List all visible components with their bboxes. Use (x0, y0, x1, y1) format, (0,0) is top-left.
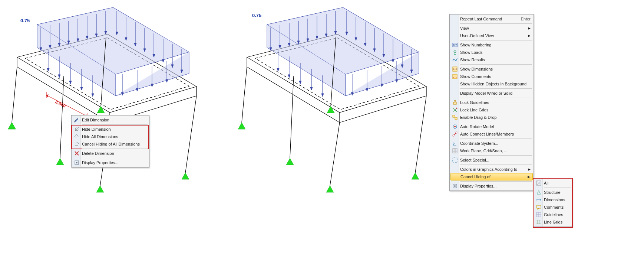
left-model (0, 7, 208, 215)
menu-display-properties-label: Display Properties... (82, 160, 146, 165)
menu-coordinate-system[interactable]: Coordinate System... (450, 140, 533, 147)
menu-view[interactable]: View ▶ (450, 25, 533, 32)
submenu-arrow-icon: ▶ (528, 167, 531, 171)
svg-line-27 (185, 96, 196, 173)
menu-show-hidden-bg-label: Show Hidden Objects in Background (460, 82, 531, 86)
menu-show-loads[interactable]: Show Loads (450, 49, 533, 56)
menu-work-plane-label: Work Plane, Grid/Snap, ... (460, 149, 531, 153)
submenu-arrow-icon: ▶ (528, 175, 530, 179)
auto-connect-icon (451, 131, 459, 137)
menu-view-label: View (460, 26, 521, 30)
svg-rect-85 (536, 205, 541, 208)
hide-all-dimensions-icon (73, 134, 80, 140)
right-model (230, 7, 437, 215)
menu-show-numbering[interactable]: 123 Show Numbering (450, 41, 533, 49)
menu-show-dimensions-label: Show Dimensions (460, 67, 531, 71)
submenu-structure[interactable]: Structure (534, 189, 571, 196)
svg-point-79 (456, 132, 457, 133)
loads-icon (451, 49, 459, 55)
svg-point-78 (453, 135, 454, 136)
menu-coordinate-system-label: Coordinate System... (460, 141, 531, 146)
menu-user-defined-view[interactable]: User-Defined View ▶ (450, 32, 533, 39)
drag-drop-icon (451, 114, 459, 120)
menu-edit-dimension-label: Edit Dimension... (82, 118, 146, 122)
menu-repeat-last-command[interactable]: Repeat Last Command Enter (450, 15, 533, 23)
menu-hide-dimension-label: Hide Dimension (82, 127, 146, 131)
menu-lock-line-grids[interactable]: Lock Line Grids (450, 106, 533, 114)
svg-point-70 (454, 51, 456, 53)
edit-dimension-icon (73, 117, 80, 123)
menu-auto-rotate[interactable]: Auto Rotate Model (450, 123, 533, 130)
menu-display-wired-solid-label: Display Model Wired or Solid (460, 91, 531, 95)
guidelines-icon (535, 212, 542, 218)
svg-rect-74 (453, 115, 455, 117)
svg-line-60 (415, 96, 426, 173)
graphics-viewport[interactable]: 0.75 3.000 (0, 0, 445, 254)
svg-line-65 (75, 135, 79, 139)
menu-hide-all-dimensions[interactable]: Hide All Dimensions (72, 133, 148, 140)
svg-rect-73 (453, 102, 456, 104)
results-icon (451, 57, 459, 63)
menu-cancel-hiding-of[interactable]: Cancel Hiding of ▶ (450, 173, 533, 180)
menu-show-results[interactable]: Show Results (450, 56, 533, 64)
submenu-arrow-icon: ▶ (528, 26, 531, 30)
svg-line-30 (46, 95, 87, 116)
menu-select-special[interactable]: Select Special... (450, 156, 533, 164)
menu-colors-in-graphics[interactable]: Colors in Graphics According to ▶ (450, 166, 533, 173)
menu-display-wired-solid[interactable]: Display Model Wired or Solid (450, 89, 533, 97)
menu-show-numbering-label: Show Numbering (460, 43, 531, 47)
svg-rect-75 (455, 117, 457, 120)
menu-show-loads-label: Show Loads (460, 50, 531, 55)
menu-select-special-label: Select Special... (460, 158, 531, 162)
menu-show-results-label: Show Results (460, 58, 531, 62)
menu-show-comments-label: Show Comments (460, 74, 531, 79)
menu-display-properties-2[interactable]: Display Properties... (450, 182, 533, 190)
main-context-menu: Repeat Last Command Enter View ▶ User-De… (449, 14, 534, 191)
menu-auto-connect[interactable]: Auto Connect Lines/Members (450, 130, 533, 138)
submenu-all[interactable]: All (534, 179, 571, 187)
menu-repeat-shortcut: Enter (521, 17, 531, 21)
menu-show-hidden-bg[interactable]: Show Hidden Objects in Background (450, 80, 533, 88)
svg-rect-81 (453, 158, 457, 162)
submenu-dimensions[interactable]: Dimensions (534, 196, 571, 203)
menu-lock-guidelines[interactable]: Lock Guidelines (450, 99, 533, 106)
svg-line-25 (12, 67, 17, 123)
menu-work-plane[interactable]: Work Plane, Grid/Snap, ... (450, 147, 533, 154)
coord-system-icon (451, 140, 459, 146)
menu-show-comments[interactable]: Show Comments (450, 73, 533, 80)
dimension-context-menu: Edit Dimension... Hide Dimension Hide Al… (71, 115, 149, 167)
menu-cancel-hiding-all-dimensions[interactable]: Cancel Hiding of All Dimensions (72, 140, 148, 148)
menu-lock-guidelines-label: Lock Guidelines (460, 100, 531, 105)
menu-auto-rotate-label: Auto Rotate Model (460, 124, 531, 129)
submenu-line-grids[interactable]: Line Grids (534, 218, 571, 226)
menu-delete-dimension[interactable]: Delete Dimension (72, 150, 148, 157)
svg-point-83 (454, 185, 456, 187)
menu-delete-dimension-label: Delete Dimension (82, 151, 146, 156)
hide-dimension-icon (73, 126, 80, 132)
menu-hide-dimension[interactable]: Hide Dimension (72, 126, 148, 133)
svg-line-62 (290, 76, 294, 158)
menu-user-defined-view-label: User-Defined View (460, 33, 521, 38)
work-plane-icon (451, 148, 459, 154)
menu-display-properties-2-label: Display Properties... (460, 184, 531, 188)
svg-text:123: 123 (453, 44, 457, 46)
display-properties-icon (73, 160, 80, 166)
submenu-comments-label: Comments (544, 205, 569, 209)
submenu-structure-label: Structure (544, 190, 569, 195)
menu-edit-dimension[interactable]: Edit Dimension... (72, 116, 148, 124)
cancel-hiding-icon (73, 141, 80, 147)
menu-enable-drag-drop[interactable]: Enable Drag & Drop (450, 114, 533, 121)
submenu-guidelines[interactable]: Guidelines (534, 211, 571, 218)
menu-show-dimensions[interactable]: Show Dimensions (450, 65, 533, 73)
lock-guidelines-icon (451, 100, 459, 105)
lock-line-grids-icon (451, 107, 459, 113)
numbering-icon: 123 (451, 42, 459, 48)
submenu-all-label: All (544, 181, 569, 185)
menu-display-properties[interactable]: Display Properties... (72, 159, 148, 166)
submenu-arrow-icon: ▶ (528, 34, 531, 38)
submenu-comments[interactable]: Comments (534, 203, 571, 211)
svg-point-67 (76, 162, 77, 163)
svg-rect-80 (453, 149, 457, 153)
menu-lock-line-grids-label: Lock Line Grids (460, 108, 531, 112)
menu-auto-connect-label: Auto Connect Lines/Members (460, 132, 531, 136)
